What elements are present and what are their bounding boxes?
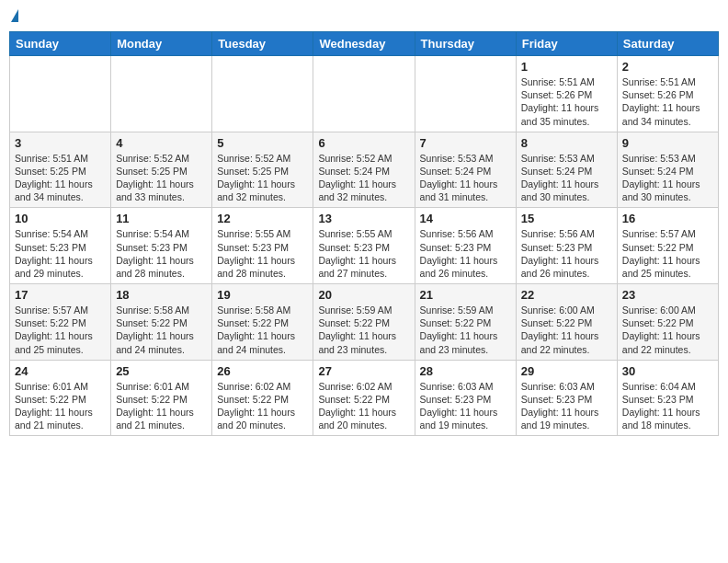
day-info: Sunrise: 5:54 AM Sunset: 5:23 PM Dayligh…: [15, 227, 106, 280]
day-number: 16: [622, 212, 713, 225]
calendar-cell: 10Sunrise: 5:54 AM Sunset: 5:23 PM Dayli…: [10, 208, 111, 284]
day-number: 15: [521, 212, 612, 225]
day-info: Sunrise: 6:03 AM Sunset: 5:23 PM Dayligh…: [420, 380, 511, 432]
calendar-week-row: 1Sunrise: 5:51 AM Sunset: 5:26 PM Daylig…: [10, 56, 719, 132]
calendar-body: 1Sunrise: 5:51 AM Sunset: 5:26 PM Daylig…: [10, 56, 719, 436]
day-info: Sunrise: 5:51 AM Sunset: 5:26 PM Dayligh…: [622, 75, 713, 128]
calendar-cell: 23Sunrise: 6:00 AM Sunset: 5:22 PM Dayli…: [617, 284, 718, 361]
calendar-cell: 6Sunrise: 5:52 AM Sunset: 5:24 PM Daylig…: [313, 132, 415, 208]
calendar-cell: 8Sunrise: 5:53 AM Sunset: 5:24 PM Daylig…: [516, 132, 617, 208]
calendar-week-row: 10Sunrise: 5:54 AM Sunset: 5:23 PM Dayli…: [10, 208, 719, 284]
day-number: 2: [622, 60, 713, 74]
day-number: 10: [15, 212, 106, 225]
day-info: Sunrise: 6:01 AM Sunset: 5:22 PM Dayligh…: [15, 380, 106, 432]
calendar-cell: 30Sunrise: 6:04 AM Sunset: 5:23 PM Dayli…: [617, 360, 718, 436]
day-info: Sunrise: 5:59 AM Sunset: 5:22 PM Dayligh…: [318, 304, 409, 356]
day-number: 3: [15, 136, 106, 150]
calendar-day-header: Saturday: [617, 32, 718, 56]
calendar-cell: 2Sunrise: 5:51 AM Sunset: 5:26 PM Daylig…: [617, 56, 718, 132]
calendar-day-header: Wednesday: [313, 32, 415, 56]
calendar-cell: [415, 56, 516, 132]
calendar-cell: 4Sunrise: 5:52 AM Sunset: 5:25 PM Daylig…: [111, 132, 212, 208]
calendar-week-row: 17Sunrise: 5:57 AM Sunset: 5:22 PM Dayli…: [10, 284, 719, 361]
calendar-day-header: Thursday: [415, 32, 516, 56]
day-number: 11: [116, 212, 207, 225]
calendar-day-header: Sunday: [10, 32, 111, 56]
calendar-cell: 5Sunrise: 5:52 AM Sunset: 5:25 PM Daylig…: [212, 132, 313, 208]
calendar-cell: 13Sunrise: 5:55 AM Sunset: 5:23 PM Dayli…: [313, 208, 415, 284]
day-info: Sunrise: 6:02 AM Sunset: 5:22 PM Dayligh…: [318, 380, 409, 432]
calendar-cell: [111, 56, 212, 132]
day-info: Sunrise: 5:53 AM Sunset: 5:24 PM Dayligh…: [521, 152, 612, 204]
day-number: 29: [521, 364, 612, 378]
calendar-cell: 9Sunrise: 5:53 AM Sunset: 5:24 PM Daylig…: [617, 132, 718, 208]
calendar-cell: 25Sunrise: 6:01 AM Sunset: 5:22 PM Dayli…: [111, 360, 212, 436]
day-info: Sunrise: 6:02 AM Sunset: 5:22 PM Dayligh…: [217, 380, 308, 432]
calendar-cell: 24Sunrise: 6:01 AM Sunset: 5:22 PM Dayli…: [10, 360, 111, 436]
day-number: 21: [420, 288, 511, 302]
day-number: 1: [521, 60, 612, 74]
calendar-day-header: Friday: [516, 32, 617, 56]
calendar-cell: 11Sunrise: 5:54 AM Sunset: 5:23 PM Dayli…: [111, 208, 212, 284]
day-number: 25: [116, 364, 207, 378]
day-number: 24: [15, 364, 106, 378]
day-info: Sunrise: 5:53 AM Sunset: 5:24 PM Dayligh…: [420, 152, 511, 204]
day-info: Sunrise: 6:04 AM Sunset: 5:23 PM Dayligh…: [622, 380, 713, 432]
calendar-cell: 3Sunrise: 5:51 AM Sunset: 5:25 PM Daylig…: [10, 132, 111, 208]
calendar-cell: 17Sunrise: 5:57 AM Sunset: 5:22 PM Dayli…: [10, 284, 111, 361]
day-number: 7: [420, 136, 511, 150]
day-info: Sunrise: 5:58 AM Sunset: 5:22 PM Dayligh…: [116, 304, 207, 356]
calendar-table: SundayMondayTuesdayWednesdayThursdayFrid…: [9, 31, 719, 436]
day-info: Sunrise: 5:55 AM Sunset: 5:23 PM Dayligh…: [318, 227, 409, 280]
calendar-cell: 28Sunrise: 6:03 AM Sunset: 5:23 PM Dayli…: [415, 360, 516, 436]
day-info: Sunrise: 5:55 AM Sunset: 5:23 PM Dayligh…: [217, 227, 308, 280]
calendar-week-row: 24Sunrise: 6:01 AM Sunset: 5:22 PM Dayli…: [10, 360, 719, 436]
day-info: Sunrise: 5:51 AM Sunset: 5:25 PM Dayligh…: [15, 152, 106, 204]
day-info: Sunrise: 5:52 AM Sunset: 5:25 PM Dayligh…: [116, 152, 207, 204]
calendar-cell: 26Sunrise: 6:02 AM Sunset: 5:22 PM Dayli…: [212, 360, 313, 436]
calendar-week-row: 3Sunrise: 5:51 AM Sunset: 5:25 PM Daylig…: [10, 132, 719, 208]
day-info: Sunrise: 5:59 AM Sunset: 5:22 PM Dayligh…: [420, 304, 511, 356]
day-number: 12: [217, 212, 308, 225]
day-info: Sunrise: 6:01 AM Sunset: 5:22 PM Dayligh…: [116, 380, 207, 432]
day-info: Sunrise: 5:56 AM Sunset: 5:23 PM Dayligh…: [420, 227, 511, 280]
calendar-cell: 22Sunrise: 6:00 AM Sunset: 5:22 PM Dayli…: [516, 284, 617, 361]
logo-triangle-icon: [11, 9, 18, 22]
calendar-cell: 16Sunrise: 5:57 AM Sunset: 5:22 PM Dayli…: [617, 208, 718, 284]
calendar-cell: [10, 56, 111, 132]
day-info: Sunrise: 6:00 AM Sunset: 5:22 PM Dayligh…: [622, 304, 713, 356]
day-info: Sunrise: 5:58 AM Sunset: 5:22 PM Dayligh…: [217, 304, 308, 356]
calendar-cell: [313, 56, 415, 132]
day-info: Sunrise: 5:54 AM Sunset: 5:23 PM Dayligh…: [116, 227, 207, 280]
day-info: Sunrise: 5:53 AM Sunset: 5:24 PM Dayligh…: [622, 152, 713, 204]
calendar-cell: 1Sunrise: 5:51 AM Sunset: 5:26 PM Daylig…: [516, 56, 617, 132]
day-info: Sunrise: 5:51 AM Sunset: 5:26 PM Dayligh…: [521, 75, 612, 128]
calendar-day-header: Monday: [111, 32, 212, 56]
page-header: [9, 9, 719, 24]
day-number: 30: [622, 364, 713, 378]
calendar-cell: [212, 56, 313, 132]
day-number: 18: [116, 288, 207, 302]
calendar-cell: 7Sunrise: 5:53 AM Sunset: 5:24 PM Daylig…: [415, 132, 516, 208]
day-number: 9: [622, 136, 713, 150]
day-number: 17: [15, 288, 106, 302]
day-number: 6: [318, 136, 409, 150]
day-number: 27: [318, 364, 409, 378]
day-number: 14: [420, 212, 511, 225]
day-number: 4: [116, 136, 207, 150]
day-info: Sunrise: 5:57 AM Sunset: 5:22 PM Dayligh…: [622, 227, 713, 280]
calendar-cell: 27Sunrise: 6:02 AM Sunset: 5:22 PM Dayli…: [313, 360, 415, 436]
day-info: Sunrise: 6:03 AM Sunset: 5:23 PM Dayligh…: [521, 380, 612, 432]
calendar-day-header: Tuesday: [212, 32, 313, 56]
calendar-cell: 29Sunrise: 6:03 AM Sunset: 5:23 PM Dayli…: [516, 360, 617, 436]
calendar-cell: 15Sunrise: 5:56 AM Sunset: 5:23 PM Dayli…: [516, 208, 617, 284]
day-info: Sunrise: 5:52 AM Sunset: 5:25 PM Dayligh…: [217, 152, 308, 204]
calendar-cell: 14Sunrise: 5:56 AM Sunset: 5:23 PM Dayli…: [415, 208, 516, 284]
day-number: 19: [217, 288, 308, 302]
day-info: Sunrise: 6:00 AM Sunset: 5:22 PM Dayligh…: [521, 304, 612, 356]
logo: [9, 9, 18, 24]
day-info: Sunrise: 5:57 AM Sunset: 5:22 PM Dayligh…: [15, 304, 106, 356]
day-number: 13: [318, 212, 409, 225]
day-info: Sunrise: 5:56 AM Sunset: 5:23 PM Dayligh…: [521, 227, 612, 280]
day-number: 22: [521, 288, 612, 302]
